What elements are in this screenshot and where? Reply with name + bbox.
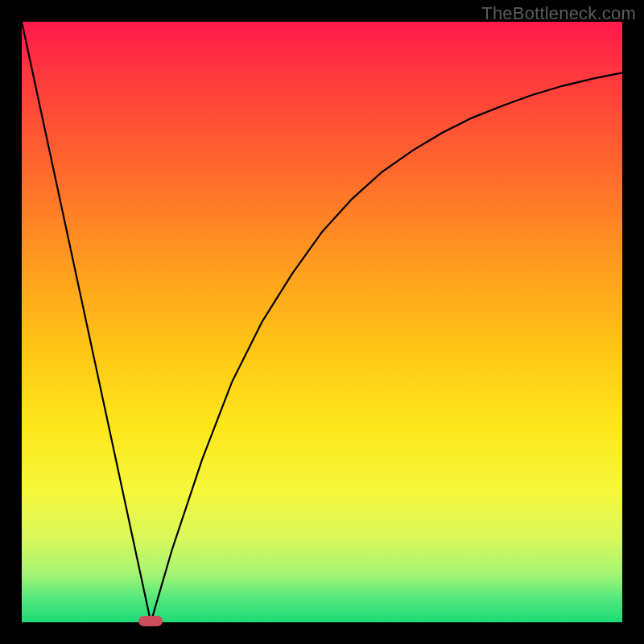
right-branch-curve — [151, 72, 622, 622]
plot-area — [22, 22, 622, 622]
curve-overlay — [22, 22, 622, 622]
left-branch-curve — [22, 22, 151, 622]
watermark-text: TheBottleneck.com — [481, 3, 636, 24]
chart-frame: TheBottleneck.com — [0, 0, 644, 644]
min-marker — [138, 616, 163, 626]
